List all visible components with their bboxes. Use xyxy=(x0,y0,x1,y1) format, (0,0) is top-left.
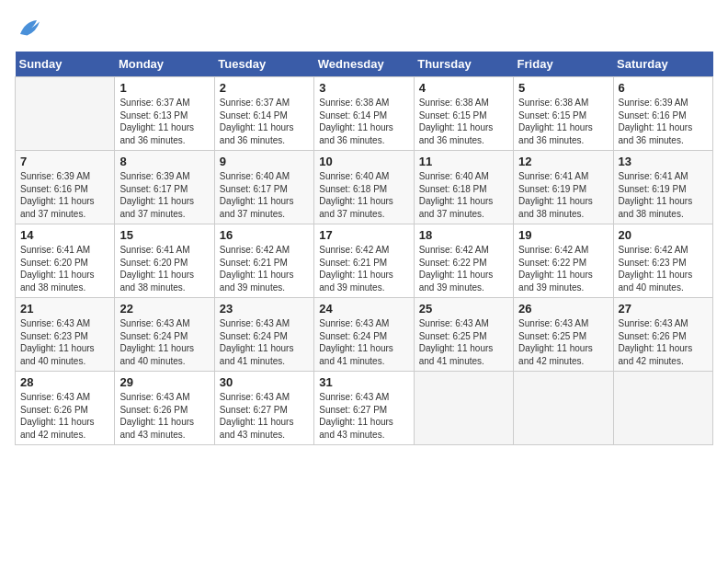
day-number: 1 xyxy=(119,81,209,95)
week-row-4: 21Sunrise: 6:43 AM Sunset: 6:23 PM Dayli… xyxy=(16,298,713,372)
day-number: 28 xyxy=(20,375,109,389)
day-header-saturday: Saturday xyxy=(613,52,712,77)
page-header xyxy=(15,15,713,42)
calendar-cell: 9Sunrise: 6:40 AM Sunset: 6:17 PM Daylig… xyxy=(214,151,313,224)
day-number: 24 xyxy=(319,302,408,316)
cell-content: Sunrise: 6:43 AM Sunset: 6:26 PM Dayligh… xyxy=(119,391,209,441)
day-header-wednesday: Wednesday xyxy=(314,52,414,77)
day-number: 26 xyxy=(518,302,608,316)
day-number: 29 xyxy=(119,375,209,389)
logo xyxy=(15,15,46,42)
day-header-thursday: Thursday xyxy=(414,52,513,77)
logo-icon xyxy=(15,15,42,42)
day-number: 3 xyxy=(319,81,408,95)
cell-content: Sunrise: 6:43 AM Sunset: 6:24 PM Dayligh… xyxy=(319,317,408,367)
calendar-cell: 27Sunrise: 6:43 AM Sunset: 6:26 PM Dayli… xyxy=(613,298,712,372)
day-number: 6 xyxy=(619,81,708,95)
day-number: 16 xyxy=(220,228,309,242)
week-row-1: 1Sunrise: 6:37 AM Sunset: 6:13 PM Daylig… xyxy=(16,77,713,151)
calendar-cell: 17Sunrise: 6:42 AM Sunset: 6:21 PM Dayli… xyxy=(314,224,414,298)
cell-content: Sunrise: 6:43 AM Sunset: 6:24 PM Dayligh… xyxy=(220,317,309,367)
day-header-tuesday: Tuesday xyxy=(214,52,313,77)
cell-content: Sunrise: 6:42 AM Sunset: 6:22 PM Dayligh… xyxy=(518,244,608,293)
cell-content: Sunrise: 6:43 AM Sunset: 6:24 PM Dayligh… xyxy=(119,317,209,367)
calendar-cell: 12Sunrise: 6:41 AM Sunset: 6:19 PM Dayli… xyxy=(514,151,613,224)
calendar-cell: 22Sunrise: 6:43 AM Sunset: 6:24 PM Dayli… xyxy=(115,298,214,372)
calendar-cell: 14Sunrise: 6:41 AM Sunset: 6:20 PM Dayli… xyxy=(16,224,115,298)
calendar-cell: 21Sunrise: 6:43 AM Sunset: 6:23 PM Dayli… xyxy=(16,298,115,372)
calendar-cell xyxy=(414,372,513,445)
cell-content: Sunrise: 6:43 AM Sunset: 6:25 PM Dayligh… xyxy=(518,317,608,367)
calendar-cell: 25Sunrise: 6:43 AM Sunset: 6:25 PM Dayli… xyxy=(414,298,513,372)
day-number: 7 xyxy=(20,155,109,168)
day-number: 23 xyxy=(220,302,309,316)
day-number: 31 xyxy=(319,375,408,389)
calendar-table: SundayMondayTuesdayWednesdayThursdayFrid… xyxy=(15,52,713,445)
calendar-cell: 31Sunrise: 6:43 AM Sunset: 6:27 PM Dayli… xyxy=(314,372,414,445)
calendar-cell: 29Sunrise: 6:43 AM Sunset: 6:26 PM Dayli… xyxy=(115,372,214,445)
week-row-2: 7Sunrise: 6:39 AM Sunset: 6:16 PM Daylig… xyxy=(16,151,713,224)
day-number: 13 xyxy=(619,155,708,168)
day-number: 15 xyxy=(119,228,209,242)
day-number: 21 xyxy=(20,302,109,316)
cell-content: Sunrise: 6:40 AM Sunset: 6:17 PM Dayligh… xyxy=(220,170,309,220)
day-number: 5 xyxy=(518,81,608,95)
day-number: 2 xyxy=(220,81,309,95)
cell-content: Sunrise: 6:39 AM Sunset: 6:17 PM Dayligh… xyxy=(119,170,209,220)
cell-content: Sunrise: 6:43 AM Sunset: 6:27 PM Dayligh… xyxy=(319,391,408,441)
calendar-cell: 28Sunrise: 6:43 AM Sunset: 6:26 PM Dayli… xyxy=(16,372,115,445)
calendar-cell: 30Sunrise: 6:43 AM Sunset: 6:27 PM Dayli… xyxy=(214,372,313,445)
calendar-cell: 15Sunrise: 6:41 AM Sunset: 6:20 PM Dayli… xyxy=(115,224,214,298)
calendar-cell: 3Sunrise: 6:38 AM Sunset: 6:14 PM Daylig… xyxy=(314,77,414,151)
calendar-cell xyxy=(16,77,115,151)
header-row: SundayMondayTuesdayWednesdayThursdayFrid… xyxy=(16,52,713,77)
cell-content: Sunrise: 6:38 AM Sunset: 6:15 PM Dayligh… xyxy=(419,97,508,146)
day-number: 19 xyxy=(518,228,608,242)
cell-content: Sunrise: 6:41 AM Sunset: 6:19 PM Dayligh… xyxy=(619,170,708,220)
cell-content: Sunrise: 6:41 AM Sunset: 6:20 PM Dayligh… xyxy=(20,244,109,293)
cell-content: Sunrise: 6:42 AM Sunset: 6:23 PM Dayligh… xyxy=(619,244,708,293)
day-number: 11 xyxy=(419,155,508,168)
calendar-cell: 7Sunrise: 6:39 AM Sunset: 6:16 PM Daylig… xyxy=(16,151,115,224)
calendar-cell: 5Sunrise: 6:38 AM Sunset: 6:15 PM Daylig… xyxy=(514,77,613,151)
cell-content: Sunrise: 6:42 AM Sunset: 6:21 PM Dayligh… xyxy=(220,244,309,293)
calendar-cell: 19Sunrise: 6:42 AM Sunset: 6:22 PM Dayli… xyxy=(514,224,613,298)
calendar-cell: 11Sunrise: 6:40 AM Sunset: 6:18 PM Dayli… xyxy=(414,151,513,224)
cell-content: Sunrise: 6:40 AM Sunset: 6:18 PM Dayligh… xyxy=(319,170,408,220)
day-number: 27 xyxy=(619,302,708,316)
day-number: 30 xyxy=(220,375,309,389)
day-number: 25 xyxy=(419,302,508,316)
cell-content: Sunrise: 6:41 AM Sunset: 6:20 PM Dayligh… xyxy=(119,244,209,293)
week-row-3: 14Sunrise: 6:41 AM Sunset: 6:20 PM Dayli… xyxy=(16,224,713,298)
calendar-cell: 24Sunrise: 6:43 AM Sunset: 6:24 PM Dayli… xyxy=(314,298,414,372)
calendar-cell: 20Sunrise: 6:42 AM Sunset: 6:23 PM Dayli… xyxy=(613,224,712,298)
cell-content: Sunrise: 6:40 AM Sunset: 6:18 PM Dayligh… xyxy=(419,170,508,220)
day-number: 22 xyxy=(119,302,209,316)
day-number: 20 xyxy=(619,228,708,242)
cell-content: Sunrise: 6:43 AM Sunset: 6:26 PM Dayligh… xyxy=(20,391,109,441)
day-number: 10 xyxy=(319,155,408,168)
day-number: 17 xyxy=(319,228,408,242)
day-number: 14 xyxy=(20,228,109,242)
cell-content: Sunrise: 6:41 AM Sunset: 6:19 PM Dayligh… xyxy=(518,170,608,220)
calendar-cell: 23Sunrise: 6:43 AM Sunset: 6:24 PM Dayli… xyxy=(214,298,313,372)
cell-content: Sunrise: 6:38 AM Sunset: 6:15 PM Dayligh… xyxy=(518,97,608,146)
cell-content: Sunrise: 6:43 AM Sunset: 6:27 PM Dayligh… xyxy=(220,391,309,441)
day-header-monday: Monday xyxy=(115,52,214,77)
day-number: 12 xyxy=(518,155,608,168)
cell-content: Sunrise: 6:38 AM Sunset: 6:14 PM Dayligh… xyxy=(319,97,408,146)
day-header-friday: Friday xyxy=(514,52,613,77)
calendar-cell: 2Sunrise: 6:37 AM Sunset: 6:14 PM Daylig… xyxy=(214,77,313,151)
cell-content: Sunrise: 6:43 AM Sunset: 6:26 PM Dayligh… xyxy=(619,317,708,367)
calendar-cell: 1Sunrise: 6:37 AM Sunset: 6:13 PM Daylig… xyxy=(115,77,214,151)
calendar-cell: 18Sunrise: 6:42 AM Sunset: 6:22 PM Dayli… xyxy=(414,224,513,298)
calendar-cell: 8Sunrise: 6:39 AM Sunset: 6:17 PM Daylig… xyxy=(115,151,214,224)
day-number: 9 xyxy=(220,155,309,168)
calendar-cell: 13Sunrise: 6:41 AM Sunset: 6:19 PM Dayli… xyxy=(613,151,712,224)
calendar-cell: 4Sunrise: 6:38 AM Sunset: 6:15 PM Daylig… xyxy=(414,77,513,151)
cell-content: Sunrise: 6:37 AM Sunset: 6:13 PM Dayligh… xyxy=(119,97,209,146)
cell-content: Sunrise: 6:43 AM Sunset: 6:25 PM Dayligh… xyxy=(419,317,508,367)
day-header-sunday: Sunday xyxy=(16,52,115,77)
cell-content: Sunrise: 6:39 AM Sunset: 6:16 PM Dayligh… xyxy=(20,170,109,220)
cell-content: Sunrise: 6:42 AM Sunset: 6:22 PM Dayligh… xyxy=(419,244,508,293)
